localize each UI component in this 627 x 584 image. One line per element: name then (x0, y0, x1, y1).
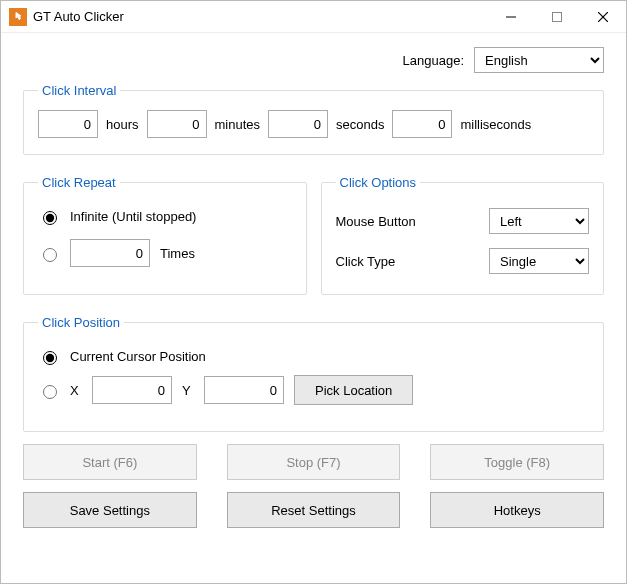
minimize-button[interactable] (488, 1, 534, 33)
hours-label: hours (106, 117, 139, 132)
svg-rect-1 (553, 12, 562, 21)
minutes-input[interactable] (147, 110, 207, 138)
click-options-group: Click Options Mouse Button Left Click Ty… (321, 175, 605, 295)
reset-settings-button[interactable]: Reset Settings (227, 492, 401, 528)
stop-button[interactable]: Stop (F7) (227, 444, 401, 480)
repeat-times-label: Times (160, 246, 195, 261)
mouse-button-select[interactable]: Left (489, 208, 589, 234)
click-type-label: Click Type (336, 254, 490, 269)
seconds-label: seconds (336, 117, 384, 132)
window-title: GT Auto Clicker (33, 9, 124, 24)
mouse-button-label: Mouse Button (336, 214, 490, 229)
maximize-button[interactable] (534, 1, 580, 33)
click-interval-group: Click Interval hours minutes seconds mil… (23, 83, 604, 155)
titlebar: GT Auto Clicker (1, 1, 626, 33)
position-x-label: X (70, 383, 82, 398)
click-repeat-group: Click Repeat Infinite (Until stopped) Ti… (23, 175, 307, 295)
language-select[interactable]: English (474, 47, 604, 73)
position-x-input[interactable] (92, 376, 172, 404)
repeat-infinite-label: Infinite (Until stopped) (70, 209, 196, 224)
start-button[interactable]: Start (F6) (23, 444, 197, 480)
hours-input[interactable] (38, 110, 98, 138)
position-y-input[interactable] (204, 376, 284, 404)
save-settings-button[interactable]: Save Settings (23, 492, 197, 528)
minutes-label: minutes (215, 117, 261, 132)
click-position-legend: Click Position (38, 315, 124, 330)
language-label: Language: (403, 53, 464, 68)
seconds-input[interactable] (268, 110, 328, 138)
hotkeys-button[interactable]: Hotkeys (430, 492, 604, 528)
repeat-infinite-radio[interactable] (43, 211, 57, 225)
repeat-times-input[interactable] (70, 239, 150, 267)
pick-location-button[interactable]: Pick Location (294, 375, 413, 405)
position-current-label: Current Cursor Position (70, 349, 206, 364)
position-current-radio[interactable] (43, 351, 57, 365)
toggle-button[interactable]: Toggle (F8) (430, 444, 604, 480)
click-repeat-legend: Click Repeat (38, 175, 120, 190)
app-icon (9, 8, 27, 26)
milliseconds-input[interactable] (392, 110, 452, 138)
click-options-legend: Click Options (336, 175, 421, 190)
milliseconds-label: milliseconds (460, 117, 531, 132)
click-type-select[interactable]: Single (489, 248, 589, 274)
position-xy-radio[interactable] (43, 385, 57, 399)
click-interval-legend: Click Interval (38, 83, 120, 98)
click-position-group: Click Position Current Cursor Position X… (23, 315, 604, 432)
close-button[interactable] (580, 1, 626, 33)
position-y-label: Y (182, 383, 194, 398)
repeat-times-radio[interactable] (43, 248, 57, 262)
